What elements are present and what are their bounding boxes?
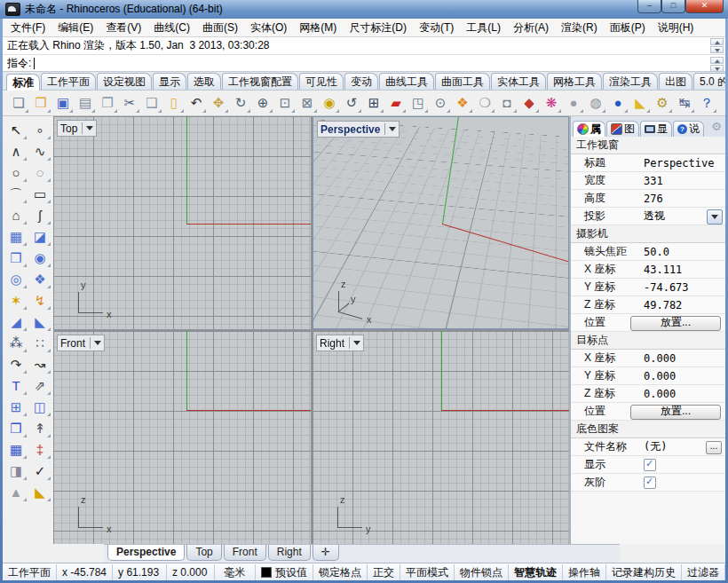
viewport-tab[interactable]: Top xyxy=(186,545,221,561)
torus-icon[interactable]: ◎ xyxy=(4,269,28,290)
cut-icon[interactable]: ✂ xyxy=(119,92,140,114)
history-scrollbar[interactable] xyxy=(710,38,724,53)
print-icon[interactable]: ▤ xyxy=(75,92,96,114)
trim-icon[interactable]: ◨ xyxy=(4,461,28,482)
box-icon[interactable]: ❒ xyxy=(4,248,28,269)
render-preview-icon[interactable]: ◍ xyxy=(585,92,606,114)
viewport-tab[interactable]: Perspective xyxy=(107,545,185,561)
zoom-dynamic-icon[interactable]: ⊕ xyxy=(252,92,273,114)
help-icon[interactable]: ？ xyxy=(696,92,717,114)
move-uvn-icon[interactable]: ⇗ xyxy=(28,375,51,397)
check-icon[interactable]: ✓ xyxy=(28,461,51,482)
toolbar-tab[interactable]: 网格工具 xyxy=(547,73,602,90)
viewport-tab[interactable]: Front xyxy=(224,545,266,561)
camera-y-value[interactable]: -74.673 xyxy=(644,281,689,294)
menu-item[interactable]: 尺寸标注(D) xyxy=(343,19,413,36)
viewport-layout-icon[interactable]: ⊞ xyxy=(363,92,384,114)
color-wheel-icon[interactable]: ❋ xyxy=(541,92,562,114)
viewport-front[interactable]: Front z x xyxy=(53,331,311,544)
toolbar-tab[interactable]: 曲面工具 xyxy=(435,73,490,90)
boolean-union-icon[interactable]: ❒ xyxy=(4,418,28,439)
fillet-curve-icon[interactable]: ↷ xyxy=(4,354,28,375)
ellipse-icon[interactable]: ◌ xyxy=(28,162,51,184)
menu-item[interactable]: 说明(H) xyxy=(652,19,700,36)
toolbar-tab[interactable]: 实体工具 xyxy=(491,73,546,90)
toolbar-tab[interactable]: 变动 xyxy=(344,73,378,90)
rotate-view-icon[interactable]: ↻ xyxy=(230,92,251,114)
spin-up-icon[interactable] xyxy=(710,57,724,64)
menu-item[interactable]: 实体(O) xyxy=(244,19,293,36)
viewport-top-label[interactable]: Top xyxy=(57,120,97,137)
browse-button[interactable]: ... xyxy=(706,441,722,454)
toolbar-tab[interactable]: 工作视窗配置 xyxy=(222,73,298,90)
status-toggle[interactable]: 平面模式 xyxy=(400,564,455,580)
lens-value[interactable]: 50.0 xyxy=(644,246,669,258)
text-icon[interactable]: T xyxy=(4,375,28,397)
circle-center-icon[interactable]: ⊙ xyxy=(430,92,451,114)
projection-dropdown-button[interactable] xyxy=(707,209,723,225)
cone-icon[interactable]: ▲ xyxy=(4,482,28,503)
toolbar-tab[interactable]: 选取 xyxy=(187,73,221,90)
lock-icon[interactable]: ◘ xyxy=(496,92,518,114)
menu-item[interactable]: 编辑(E) xyxy=(51,19,99,36)
viewport-right[interactable]: Right z y xyxy=(313,331,569,544)
pan-hand-icon[interactable]: ✥ xyxy=(208,92,229,114)
viewport-perspective-label[interactable]: Perspective xyxy=(317,121,400,138)
array-grid-icon[interactable]: ▦ xyxy=(4,439,28,461)
toolbar-tab[interactable]: 曲线工具 xyxy=(379,73,434,90)
grayscale-checkbox[interactable] xyxy=(644,477,656,489)
arc-icon[interactable]: ⌒ xyxy=(4,184,28,205)
copy-array-icon[interactable]: ⊞ xyxy=(4,397,28,418)
menu-item[interactable]: 查看(V) xyxy=(99,19,147,36)
polyline-icon[interactable]: ∧ xyxy=(4,141,28,162)
pyramid-icon[interactable]: ◣ xyxy=(28,482,51,503)
viewport-width-value[interactable]: 331 xyxy=(644,175,663,187)
viewport-perspective[interactable]: Perspective z y x xyxy=(313,116,569,329)
scroll-down-icon[interactable] xyxy=(710,46,724,53)
toolbar-tab[interactable]: 可见性 xyxy=(299,73,344,90)
select-icon[interactable]: ↖ xyxy=(4,120,28,141)
status-toggle[interactable]: 智慧轨迹 xyxy=(509,564,563,580)
zoom-selected-icon[interactable]: ◉ xyxy=(319,92,340,114)
status-toggle[interactable]: 操作轴 xyxy=(563,564,606,580)
blend-curve-icon[interactable]: ↝ xyxy=(28,354,51,375)
scroll-up-icon[interactable] xyxy=(710,38,724,45)
toolbar-tab[interactable]: 设定视图 xyxy=(97,73,152,90)
surface-icon[interactable]: ▦ xyxy=(4,226,28,248)
spin-down-icon[interactable] xyxy=(710,65,724,72)
lightning-icon[interactable]: ↯ xyxy=(28,290,51,311)
undo-icon[interactable]: ↶ xyxy=(186,92,207,114)
copy-icon[interactable]: ❑ xyxy=(141,92,162,114)
array-linear-icon[interactable]: ‡ xyxy=(28,439,51,461)
paste-icon[interactable]: ▯ xyxy=(163,92,185,114)
panel-tab-help[interactable]: ? 说 xyxy=(673,121,704,137)
toolbar-tab[interactable]: 5.0 的新功能 xyxy=(693,73,725,90)
status-toggle[interactable]: 物件锁点 xyxy=(455,564,509,580)
status-toggle[interactable]: 正交 xyxy=(368,564,400,580)
toolbar-tab[interactable]: 出图 xyxy=(659,73,692,90)
freeform-curve-icon[interactable]: ʃ xyxy=(28,205,51,226)
status-toggle[interactable]: 锁定格点 xyxy=(313,564,368,580)
camera-place-button[interactable]: 放置... xyxy=(630,316,721,331)
patch-surface-icon[interactable]: ◪ xyxy=(28,226,51,248)
menu-item[interactable]: 变动(T) xyxy=(413,19,460,36)
viewport-tab[interactable]: Right xyxy=(268,545,311,561)
zoom-extents-icon[interactable]: ⊠ xyxy=(297,92,318,114)
viewport-title-value[interactable]: Perspective xyxy=(644,157,714,169)
menu-item[interactable]: 工具(L) xyxy=(460,19,507,36)
fillet-edge-icon[interactable]: ◢ xyxy=(4,311,28,333)
maximize-button[interactable]: □ xyxy=(661,0,685,13)
polygon-icon[interactable]: ⌂ xyxy=(4,205,28,226)
target-z-value[interactable]: 0.000 xyxy=(644,388,676,400)
circle-icon[interactable]: ○ xyxy=(4,162,28,184)
copy-file-icon[interactable]: ❐ xyxy=(97,92,118,114)
circles-group-icon[interactable]: ∷ xyxy=(28,333,51,354)
viewport-height-value[interactable]: 276 xyxy=(644,193,663,205)
cplane-icon[interactable]: ◳ xyxy=(408,92,429,114)
viewport-tab[interactable]: ✛ xyxy=(313,545,339,561)
notification-cone-icon[interactable]: ◣ xyxy=(629,92,651,114)
cplane-cell[interactable]: 工作平面 xyxy=(3,564,57,580)
chamfer-edge-icon[interactable]: ◣ xyxy=(28,311,51,333)
layer-cell[interactable]: 预设值 xyxy=(256,564,313,580)
status-toggle[interactable]: 记录建构历史 xyxy=(606,564,682,580)
